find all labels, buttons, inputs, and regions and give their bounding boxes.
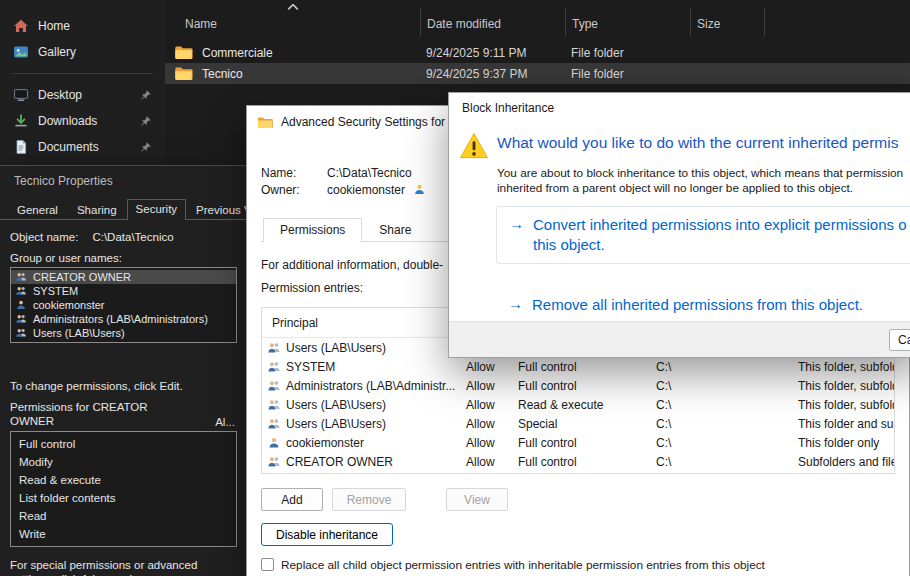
principal-name: CREATOR OWNER [33,271,131,283]
principal-cell: Users (LAB\Users) [286,341,386,355]
file-row-commerciale[interactable]: Commerciale 9/24/2025 9:11 PM File folde… [165,42,910,63]
remove-button[interactable]: Remove [332,488,406,511]
object-name-value: C:\Data\Tecnico [92,231,173,243]
sidebar-item-downloads[interactable]: Downloads [4,109,161,133]
principal-cell: Users (LAB\Users) [286,417,386,431]
access-cell: Full control [518,360,656,374]
group-icon [15,313,27,325]
principal-name: Users (LAB\Users) [33,327,125,339]
inherited-from-cell: C:\ [656,455,798,469]
sidebar-item-desktop[interactable]: Desktop [4,83,161,107]
table-row[interactable]: Users (LAB\Users) Allow Special C:\ This… [262,414,894,433]
sidebar-item-home[interactable]: Home [4,14,161,38]
file-row-tecnico[interactable]: Tecnico 9/24/2025 9:37 PM File folder [165,63,910,84]
dialog-title: Block Inheritance [449,93,910,123]
list-item[interactable]: Full control [11,435,236,453]
list-item[interactable]: CREATOR OWNER [11,270,236,284]
replace-permissions-checkbox[interactable] [261,558,274,571]
sidebar-item-gallery[interactable]: Gallery [4,40,161,64]
option-text: this object. [533,236,605,253]
file-date-modified: 9/24/2025 9:37 PM [420,67,565,81]
column-header-type[interactable]: Type [565,8,690,36]
access-cell: Full control [518,379,656,393]
remove-permissions-option[interactable]: Remove all inherited permissions from th… [496,287,910,323]
name-value: C:\Data\Tecnico [327,166,412,180]
sidebar-item-documents[interactable]: Documents [4,135,161,159]
tab-security[interactable]: Security [127,199,187,220]
principal-name: cookiemonster [33,299,105,311]
folder-icon [174,66,193,81]
folder-security-icon [257,116,273,129]
principal-cell: SYSTEM [286,360,335,374]
advanced-hint-text: For special permissions or advanced sett… [10,558,237,576]
dialog-message: You are about to block inheritance to th… [497,166,910,195]
user-icon [267,436,281,450]
applies-to-cell: This folder, subfolde... [798,398,894,412]
type-cell: Allow [466,360,518,374]
disable-inheritance-button[interactable]: Disable inheritance [261,523,393,546]
list-item[interactable]: Read [11,507,236,525]
group-user-names-label: Group or user names: [10,252,237,264]
downloads-icon [13,113,29,129]
home-icon [13,18,29,34]
tab-general[interactable]: General [8,200,67,220]
list-item[interactable]: SYSTEM [11,284,236,298]
type-cell: Allow [466,379,518,393]
pin-icon[interactable] [139,89,152,102]
name-label: Name: [261,166,327,180]
inherited-from-cell: C:\ [656,379,798,393]
group-icon [15,327,27,339]
column-header-size[interactable]: Size [690,8,765,36]
pin-icon[interactable] [139,115,152,128]
screen: Home Gallery Desktop Downloads Documents [0,0,910,576]
group-icon [15,285,27,297]
arrow-icon [509,215,524,255]
tab-sharing[interactable]: Sharing [68,200,126,220]
principal-column-header: Principal [262,316,318,330]
permissions-for-label: Permissions for CREATOR OWNER [10,401,175,428]
table-row[interactable]: Administrators (LAB\Administr... Allow F… [262,376,894,395]
column-header-label: Type [572,17,598,31]
table-row[interactable]: Users (LAB\Users) Allow Read & execute C… [262,395,894,414]
table-row[interactable]: SYSTEM Allow Full control C:\ This folde… [262,357,894,376]
pin-icon[interactable] [139,141,152,154]
table-row[interactable]: CREATOR OWNER Allow Full control C:\ Sub… [262,452,894,471]
principal-cell: cookiemonster [286,436,364,450]
principal-cell: Users (LAB\Users) [286,398,386,412]
list-item[interactable]: cookiemonster [11,298,236,312]
tab-permissions[interactable]: Permissions [263,218,362,242]
group-icon [15,271,27,283]
access-cell: Read & execute [518,398,656,412]
table-row[interactable]: cookiemonster Allow Full control C:\ Thi… [262,433,894,452]
principal-name: SYSTEM [33,285,78,297]
group-user-list: CREATOR OWNER SYSTEM cookiemonster Admin… [10,267,237,343]
group-icon [267,398,281,412]
option-text: Remove all inherited permissions from th… [532,295,863,315]
convert-permissions-option[interactable]: Convert inherited permissions into expli… [496,206,910,264]
column-header-date-modified[interactable]: Date modified [420,8,565,36]
list-item[interactable]: List folder contents [11,489,236,507]
add-button[interactable]: Add [261,488,323,511]
permission-name: Full control [19,438,75,450]
file-name: Tecnico [202,67,243,81]
permission-name: Write [19,528,46,540]
message-line: inherited from a parent object will no l… [497,181,910,196]
option-text: Convert inherited permissions into expli… [533,216,907,233]
list-item[interactable]: Read & execute [11,471,236,489]
sidebar-item-label: Gallery [38,45,76,59]
object-name-label: Object name: [10,231,78,243]
column-header-name[interactable]: Name [165,8,420,36]
type-cell: Allow [466,417,518,431]
view-button[interactable]: View [446,488,508,511]
access-cell: Full control [518,436,656,450]
list-item[interactable]: Users (LAB\Users) [11,326,236,340]
list-item[interactable]: Write [11,525,236,543]
inherited-from-cell: C:\ [656,360,798,374]
cancel-button[interactable]: Ca [889,329,910,351]
list-item[interactable]: Modify [11,453,236,471]
permission-name: Read & execute [19,474,101,486]
tab-share[interactable]: Share [362,218,428,242]
file-name: Commerciale [202,46,273,60]
list-item[interactable]: Administrators (LAB\Administrators) [11,312,236,326]
applies-to-cell: Subfolders and files o... [798,455,894,469]
